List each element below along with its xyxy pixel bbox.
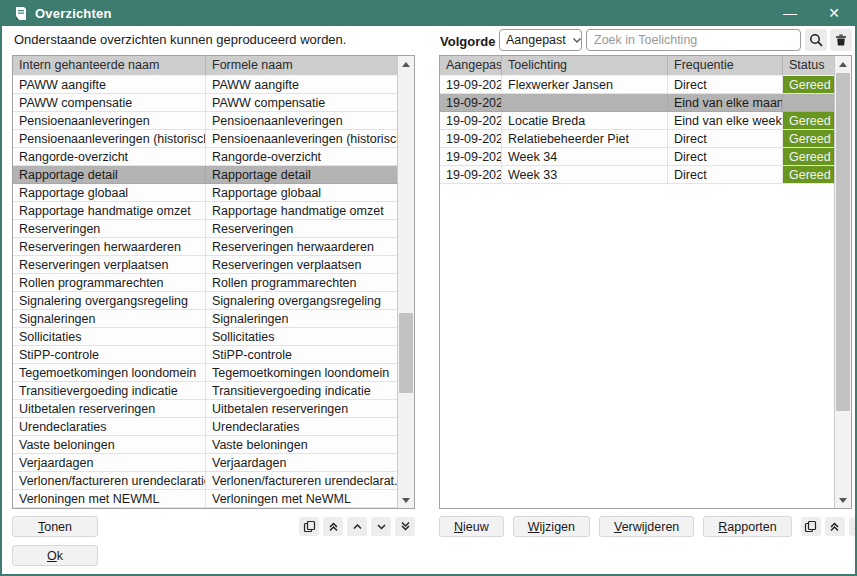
cell-formele-naam: PAWW compensatie [206,94,397,111]
table-row[interactable]: Uitbetalen reserveringenUitbetalen reser… [13,400,397,418]
overzichten-table-header: Intern gehanteerde naam Formele naam [13,56,397,76]
table-row[interactable]: 19-09-2023Relatiebeheerder PietDirectGer… [440,130,834,148]
copy-icon[interactable] [299,517,319,536]
cell-formele-naam: Reserveringen herwaarderen [206,238,397,255]
search-input[interactable] [586,29,801,51]
table-row[interactable]: Transitievergoeding indicatieTransitieve… [13,382,397,400]
volgorde-selected-value: Aangepast [506,33,566,47]
cell-formele-naam: Urendeclaraties [206,418,397,435]
column-header-frequentie[interactable]: Frequentie [668,56,783,76]
table-row[interactable]: 19-09-2023Flexwerker JansenDirectGereed [440,76,834,94]
titlebar: Overzichten — ✕ [2,0,855,26]
cell-toelichting: Relatiebeheerder Piet [502,130,668,147]
scrollbar-up-arrow-icon[interactable] [398,56,414,72]
cell-formele-naam: Reserveringen [206,220,397,237]
table-row[interactable]: Reserveringen herwaarderenReserveringen … [13,238,397,256]
table-row[interactable]: PAWW compensatiePAWW compensatie [13,94,397,112]
cell-formele-naam: Reserveringen verplaatsen [206,256,397,273]
overzichten-window: Overzichten — ✕ Onderstaande overzichten… [0,0,857,576]
table-row[interactable]: Rollen programmarechtenRollen programmar… [13,274,397,292]
table-row[interactable]: ReserveringenReserveringen [13,220,397,238]
cell-toelichting: Locatie Breda [502,112,668,129]
right-table-scrollbar[interactable] [834,56,851,508]
cell-formele-naam: Rollen programmarechten [206,274,397,291]
cell-frequentie: Direct [668,76,783,93]
scroll-up-icon[interactable] [849,517,857,536]
table-row[interactable]: 19-09-2023Eind van elke maand [440,94,834,112]
cell-intern-naam: Rollen programmarechten [13,274,206,291]
table-row[interactable]: Verloningen met NEWMLVerloningen met NeW… [13,490,397,508]
cell-intern-naam: Rapportage handmatige omzet [13,202,206,219]
table-row[interactable]: PensioenaanleveringenPensioenaanlevering… [13,112,397,130]
search-icon[interactable] [805,29,827,51]
cell-intern-naam: Reserveringen herwaarderen [13,238,206,255]
cell-intern-naam: Pensioenaanleveringen (historisch) [13,130,206,147]
table-row[interactable]: PAWW aangiftePAWW aangifte [13,76,397,94]
scrollbar-up-arrow-icon[interactable] [835,56,851,72]
scrollbar-down-arrow-icon[interactable] [835,492,851,508]
cell-intern-naam: Pensioenaanleveringen [13,112,206,129]
cell-intern-naam: Tegemoetkomingen loondomein [13,364,206,381]
table-row[interactable]: VerjaardagenVerjaardagen [13,454,397,472]
left-table-scrollbar[interactable] [397,56,414,508]
wijzigen-button[interactable]: Wijzigen [513,516,590,537]
scroll-down-icon[interactable] [371,517,391,536]
rapporten-button[interactable]: Rapporten [703,516,791,537]
table-row[interactable]: Tegemoetkomingen loondomeinTegemoetkomin… [13,364,397,382]
column-header-formeel[interactable]: Formele naam [206,56,397,76]
table-row[interactable]: Rapportage globaalRapportage globaal [13,184,397,202]
scroll-top-icon[interactable] [323,517,343,536]
cell-formele-naam: Rapportage handmatige omzet [206,202,397,219]
table-row[interactable]: Rapportage handmatige omzetRapportage ha… [13,202,397,220]
trash-icon[interactable] [830,29,852,51]
table-row[interactable]: 19-09-2023Week 34DirectGereed [440,148,834,166]
scroll-up-icon[interactable] [347,517,367,536]
scroll-top-icon[interactable] [825,517,845,536]
status-badge [783,94,834,111]
table-row[interactable]: Reserveringen verplaatsenReserveringen v… [13,256,397,274]
cell-intern-naam: Signaleringen [13,310,206,327]
table-row[interactable]: SollicitatiesSollicitaties [13,328,397,346]
table-row[interactable]: SignaleringenSignaleringen [13,310,397,328]
column-header-aangepast[interactable]: Aangepast [440,56,502,76]
right-scrollbar-thumb[interactable] [836,73,850,411]
column-header-status[interactable]: Status [783,56,834,76]
cell-aangepast: 19-09-2023 [440,148,502,165]
scrollbar-down-arrow-icon[interactable] [398,492,414,508]
volgorde-select[interactable]: Aangepast [499,29,582,51]
cell-aangepast: 19-09-2023 [440,112,502,129]
table-row[interactable]: Verlonen/factureren urendeclaratiesVerlo… [13,472,397,490]
cell-formele-naam: Pensioenaanleveringen [206,112,397,129]
status-badge: Gereed [783,76,834,93]
tonen-button[interactable]: Tonen [12,516,98,537]
cell-intern-naam: Reserveringen [13,220,206,237]
close-button[interactable]: ✕ [825,6,843,20]
table-row[interactable]: 19-09-2023Locatie BredaEind van elke wee… [440,112,834,130]
scroll-bottom-icon[interactable] [395,517,415,536]
column-header-intern[interactable]: Intern gehanteerde naam [13,56,206,76]
cell-intern-naam: StiPP-controle [13,346,206,363]
left-scrollbar-thumb[interactable] [399,313,413,393]
table-row[interactable]: 19-09-2023Week 33DirectGereed [440,166,834,184]
minimize-button[interactable]: — [781,6,799,20]
table-row[interactable]: StiPP-controleStiPP-controle [13,346,397,364]
ok-button[interactable]: Ok [12,545,98,566]
copy-icon[interactable] [801,517,821,536]
table-row[interactable]: Signalering overgangsregelingSignalering… [13,292,397,310]
status-badge: Gereed [783,130,834,147]
table-row[interactable]: Rangorde-overzichtRangorde-overzicht [13,148,397,166]
cell-intern-naam: Transitievergoeding indicatie [13,382,206,399]
cell-intern-naam: Verloningen met NEWML [13,490,206,507]
cell-formele-naam: Vaste beloningen [206,436,397,453]
cell-toelichting: Week 33 [502,166,668,183]
cell-aangepast: 19-09-2023 [440,166,502,183]
cell-formele-naam: Signaleringen [206,310,397,327]
table-row[interactable]: UrendeclaratiesUrendeclaraties [13,418,397,436]
table-row[interactable]: Vaste beloningenVaste beloningen [13,436,397,454]
verwijderen-button[interactable]: Verwijderen [599,516,694,537]
table-row[interactable]: Rapportage detailRapportage detail [13,166,397,184]
cell-intern-naam: Sollicitaties [13,328,206,345]
table-row[interactable]: Pensioenaanleveringen (historisch)Pensio… [13,130,397,148]
nieuw-button[interactable]: Nieuw [439,516,504,537]
column-header-toelichting[interactable]: Toelichting [502,56,668,76]
